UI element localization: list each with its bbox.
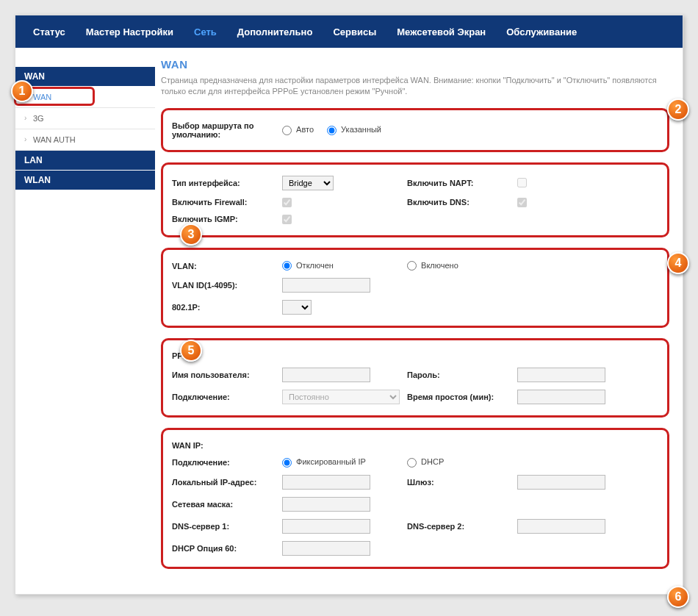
vlan-p-label: 802.1P: — [172, 303, 282, 312]
sidebar-item-wan-auth[interactable]: WAN AUTH — [15, 129, 155, 151]
vlan-on-text: Включено — [421, 261, 458, 270]
nav-item-3[interactable]: Дополнительно — [227, 26, 323, 37]
marker-3: 3 — [180, 223, 202, 246]
wanip-dhcp-option[interactable]: DHCP — [407, 457, 444, 468]
route-auto-option[interactable]: Авто — [282, 125, 314, 135]
nav-item-6[interactable]: Обслуживание — [496, 26, 587, 37]
top-nav: СтатусМастер НастройкиСетьДополнительноС… — [15, 15, 683, 48]
route-auto-radio[interactable] — [282, 126, 292, 135]
igmp-label: Включить IGMP: — [172, 215, 282, 223]
iface-type-label: Тип интерфейса: — [172, 179, 282, 187]
ppp-conn-label: Подключение: — [172, 393, 282, 401]
route-spec-radio[interactable] — [327, 126, 337, 135]
wanip-local-label: Локальный IP-адрес: — [172, 478, 282, 487]
wanip-opt60-input[interactable] — [282, 541, 370, 556]
vlan-off-radio[interactable] — [282, 261, 292, 271]
vlan-id-label: VLAN ID(1-4095): — [172, 281, 282, 290]
marker-2: 2 — [667, 99, 689, 121]
main-content: WAN Страница предназначена для настройки… — [155, 48, 683, 594]
napt-checkbox[interactable] — [517, 178, 527, 187]
block-ppp: PPP: Имя пользователя: Пароль: Подключен… — [161, 338, 669, 418]
ppp-conn-select[interactable]: Постоянно — [282, 390, 400, 404]
vlan-off-text: Отключен — [296, 261, 334, 270]
ppp-idle-label: Время простоя (мин): — [407, 393, 517, 401]
app-panel: СтатусМастер НастройкиСетьДополнительноС… — [15, 15, 683, 595]
dns-checkbox[interactable] — [517, 198, 527, 207]
route-spec-option[interactable]: Указанный — [327, 125, 381, 135]
route-auto-text: Авто — [296, 125, 314, 134]
wanip-gw-label: Шлюз: — [407, 478, 517, 487]
vlan-off-option[interactable]: Отключен — [282, 261, 334, 271]
wanip-local-input[interactable] — [282, 475, 370, 490]
sidebar-item-wan[interactable]: WAN — [15, 87, 155, 108]
fw-label: Включить Firewall: — [172, 198, 282, 207]
marker-5: 5 — [180, 340, 202, 362]
sidebar-head-wlan[interactable]: WLAN — [15, 171, 155, 190]
wanip-conn-label: Подключение: — [172, 458, 282, 467]
nav-item-5[interactable]: Межсетевой Экран — [386, 26, 496, 37]
ppp-user-label: Имя пользователя: — [172, 370, 282, 379]
nav-item-1[interactable]: Мастер Настройки — [76, 26, 184, 37]
ppp-user-input[interactable] — [282, 368, 370, 382]
wanip-dhcp-text: DHCP — [421, 457, 444, 466]
wanip-fixed-text: Фиксированный IP — [296, 457, 366, 466]
marker-4: 4 — [667, 252, 689, 274]
sidebar-item-3g[interactable]: 3G — [15, 108, 155, 129]
route-options: Авто Указанный — [282, 125, 658, 135]
ppp-idle-input[interactable] — [517, 390, 605, 404]
vlan-on-radio[interactable] — [407, 261, 417, 271]
page-title: WAN — [161, 58, 669, 71]
page-desc: Страница предназначена для настройки пар… — [161, 75, 669, 98]
ppp-pass-label: Пароль: — [407, 370, 517, 379]
wanip-dns1-input[interactable] — [282, 519, 370, 534]
block-vlan: VLAN: Отключен Включено — [161, 248, 669, 329]
vlan-label: VLAN: — [172, 262, 282, 271]
wanip-head: WAN IP: — [172, 441, 282, 450]
wanip-mask-input[interactable] — [282, 497, 370, 512]
igmp-checkbox[interactable] — [282, 215, 292, 224]
vlan-id-input[interactable] — [282, 278, 370, 293]
route-label: Выбор маршрута по умолчанию: — [172, 121, 282, 139]
route-spec-text: Указанный — [341, 125, 381, 134]
vlan-on-option[interactable]: Включено — [407, 261, 458, 271]
marker-1: 1 — [11, 80, 33, 102]
fw-checkbox[interactable] — [282, 198, 292, 207]
nav-item-2[interactable]: Сеть — [184, 26, 227, 37]
sidebar-head-lan[interactable]: LAN — [15, 151, 155, 171]
nav-item-0[interactable]: Статус — [23, 26, 76, 37]
wanip-dns2-label: DNS-сервер 2: — [407, 522, 517, 531]
wanip-dns2-input[interactable] — [517, 519, 605, 534]
wanip-dns1-label: DNS-сервер 1: — [172, 522, 282, 531]
wanip-dhcp-radio[interactable] — [407, 458, 417, 468]
wanip-fixed-option[interactable]: Фиксированный IP — [282, 457, 366, 468]
nav-item-4[interactable]: Сервисы — [323, 26, 386, 37]
sidebar: WANWAN3GWAN AUTHLANWLAN — [15, 48, 155, 594]
block-interface: Тип интерфейса: Bridge Включить NAPT: Вк… — [161, 162, 669, 237]
block-wanip: WAN IP: Подключение: Фиксированный IP DH… — [161, 428, 669, 569]
wanip-gw-input[interactable] — [517, 475, 605, 490]
vlan-p-select[interactable] — [282, 300, 312, 315]
iface-type-select[interactable]: Bridge — [282, 176, 334, 190]
block-route: Выбор маршрута по умолчанию: Авто Указан… — [161, 108, 669, 152]
wanip-mask-label: Сетевая маска: — [172, 500, 282, 509]
wanip-opt60-label: DHCP Опция 60: — [172, 544, 282, 553]
napt-label: Включить NAPT: — [407, 179, 517, 187]
sidebar-head-wan[interactable]: WAN — [15, 67, 155, 87]
wanip-fixed-radio[interactable] — [282, 458, 292, 468]
ppp-pass-input[interactable] — [517, 368, 605, 382]
dns-label: Включить DNS: — [407, 198, 517, 207]
marker-6: 6 — [667, 586, 689, 602]
